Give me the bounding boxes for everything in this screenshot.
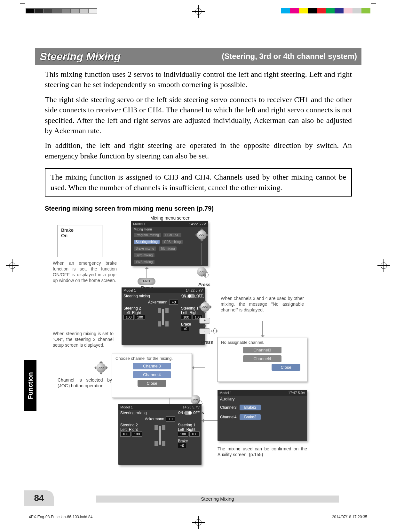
press-label: Press xyxy=(201,340,213,345)
car-chassis-icon xyxy=(155,306,171,328)
brake2-button[interactable]: Brake2 xyxy=(240,405,261,410)
channel4-disabled: Channel4 xyxy=(243,355,281,362)
body-paragraph-3: In addition, the left and right steering… xyxy=(45,140,352,161)
svg-rect-7 xyxy=(154,441,158,446)
ackermann-value[interactable]: +0 xyxy=(169,300,178,305)
on-off-toggle[interactable]: ONOFF xyxy=(178,411,200,415)
print-registration-top xyxy=(0,6,396,16)
caution-box: The mixing function is assigned to CH3 a… xyxy=(45,168,352,197)
svg-rect-6 xyxy=(162,425,165,430)
aux-info: The mixing used can be confirmed on the … xyxy=(218,446,307,457)
svg-rect-9 xyxy=(159,426,161,445)
dialog-title: Choose channel for the mixing. xyxy=(115,356,188,361)
brake3-button[interactable]: Brake3 xyxy=(240,414,261,420)
no-assign-info: When channels 3 and 4 are used by other … xyxy=(221,295,304,313)
crosshair-icon xyxy=(6,259,19,272)
channel3-disabled: Channel3 xyxy=(243,347,281,353)
jog-icon: JOG xyxy=(197,230,207,240)
svg-rect-4 xyxy=(162,309,164,325)
choose-channel-dialog[interactable]: Choose channel for the mixing. Channel3 … xyxy=(112,353,192,398)
press-label: Press xyxy=(198,282,210,287)
brake-info-text: When an emergency brake function is set,… xyxy=(53,260,117,284)
channel-jog-info: Channel is selected by (JOG) button oper… xyxy=(58,377,112,389)
page-content: Steering Mixing (Steering, 3rd or 4th ch… xyxy=(35,48,361,504)
end-button[interactable]: END xyxy=(138,278,155,285)
steering-on-info: When steering mixing is set to "ON", the… xyxy=(53,331,114,348)
title-bar: Steering Mixing (Steering, 3rd or 4th ch… xyxy=(35,48,361,65)
or-label: or xyxy=(203,324,206,328)
jog-icon: JOG xyxy=(96,363,106,373)
jog-button[interactable]: JOG xyxy=(198,300,212,314)
page-subtitle: (Steering, 3rd or 4th channel system) xyxy=(222,52,357,61)
auxiliary-screen[interactable]: Model 117:47 5.9V Auxiliary Channel3Brak… xyxy=(218,390,307,441)
brake-line1: Brake xyxy=(61,227,99,233)
color-swatches xyxy=(281,8,370,13)
svg-rect-2 xyxy=(158,321,161,326)
jog-icon: JOG xyxy=(200,302,210,312)
svg-rect-5 xyxy=(154,425,158,430)
svg-rect-3 xyxy=(165,321,169,326)
slug-filename: 4PX-Eng-08-Function-66-103.indd 84 xyxy=(29,515,92,519)
close-button[interactable]: Close xyxy=(138,380,166,387)
dialog-title: No assignable channel. xyxy=(221,340,304,345)
page-title: Steering Mixing xyxy=(40,50,121,63)
brake-popup-box: Brake On xyxy=(58,225,102,257)
brake-line2: On xyxy=(61,233,99,238)
jog-button[interactable]: JOG xyxy=(195,228,209,242)
plus-button[interactable]: + xyxy=(199,318,210,324)
svg-rect-1 xyxy=(165,308,169,313)
steering-mixing-screen-on[interactable]: Model 114:23 5.7V Steering mixing ONOFF … xyxy=(118,404,202,465)
aux-row: Channel3Brake2 xyxy=(218,403,307,412)
slug-timestamp: 2014/07/18 17:20:35 xyxy=(332,515,367,519)
mixing-menu-label: Mixing menu screen xyxy=(150,215,190,221)
channel4-button[interactable]: Channel4 xyxy=(133,371,171,378)
grayscale-swatches xyxy=(26,8,97,13)
svg-rect-0 xyxy=(158,308,161,313)
svg-rect-8 xyxy=(162,441,165,446)
no-assignable-dialog[interactable]: No assignable channel. Channel3 Channel4… xyxy=(218,337,307,382)
channel3-button[interactable]: Channel3 xyxy=(133,363,171,369)
body-paragraph-1: This mixing function uses 2 servos to in… xyxy=(45,69,352,90)
function-side-tab: Function xyxy=(24,360,36,411)
section-heading: Steering mixing screen from mixing menu … xyxy=(45,205,352,212)
workflow-diagram: Mixing menu screen Brake On When an emer… xyxy=(38,215,358,504)
car-chassis-icon xyxy=(152,423,168,448)
steering-mixing-screen[interactable]: Model 114:22 5.7V Steering mixing ONOFF … xyxy=(122,287,205,345)
jog-button[interactable]: JOG xyxy=(94,361,108,375)
mixing-menu-screen[interactable]: Model 114:22 5.7V Mixing menu Program. m… xyxy=(131,221,208,266)
page-number: 84 xyxy=(24,490,54,506)
crosshair-icon xyxy=(377,259,390,272)
crosshair-icon xyxy=(192,5,205,18)
aux-row: Channel4Brake3 xyxy=(218,412,307,422)
crosshair-icon xyxy=(192,516,205,529)
body-paragraph-2: The right side steering servo or the lef… xyxy=(45,94,352,136)
footer-title: Steering Mixing xyxy=(96,496,339,503)
menu-item-steering-mixing[interactable]: Steering mixing xyxy=(134,240,160,244)
close-button[interactable]: Close xyxy=(272,364,300,371)
